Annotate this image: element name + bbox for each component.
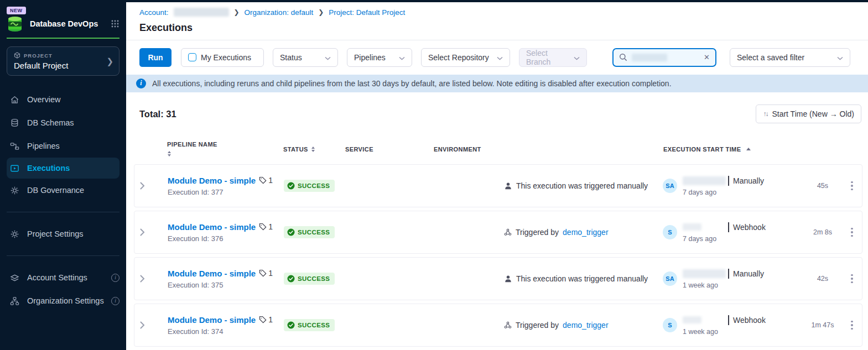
sort-button[interactable]: ↑↓ Start Time (New → Old) bbox=[756, 105, 861, 123]
row-menu-icon[interactable] bbox=[849, 226, 855, 239]
sidebar-item-pipelines[interactable]: Pipelines bbox=[0, 134, 126, 158]
sidebar-item-label: Project Settings bbox=[27, 229, 84, 238]
pipelines-dropdown[interactable]: Pipelines bbox=[347, 48, 412, 67]
project-selector[interactable]: PROJECT Default Project ❯ bbox=[7, 46, 119, 76]
sort-icon[interactable] bbox=[311, 146, 315, 153]
saved-filter-dropdown[interactable]: Select a saved filter bbox=[730, 48, 850, 67]
sidebar-item-account-settings[interactable]: Account Settings i bbox=[0, 266, 126, 289]
sidebar-item-db-governance[interactable]: DB Governance bbox=[0, 179, 126, 202]
status-badge: SUCCESS bbox=[284, 226, 335, 238]
pipeline-name-link[interactable]: Module Demo - simple bbox=[168, 176, 256, 185]
my-executions-checkbox[interactable] bbox=[188, 53, 196, 61]
trigger-mode: Manually bbox=[733, 269, 764, 278]
sort-asc-icon bbox=[746, 148, 751, 150]
info-icon: i bbox=[136, 79, 146, 88]
breadcrumb-organization[interactable]: Organization: default bbox=[245, 8, 314, 17]
branch-dropdown-label: Select Branch bbox=[526, 49, 569, 66]
column-pipeline-name[interactable]: PIPELINE NAME bbox=[167, 141, 217, 148]
status-badge: SUCCESS bbox=[284, 180, 335, 192]
avatar: SA bbox=[663, 179, 677, 193]
database-devops-logo-icon bbox=[7, 15, 24, 32]
pipelines-icon bbox=[9, 141, 20, 152]
table-row[interactable]: Module Demo - simple 1 Execution Id: 377… bbox=[134, 164, 862, 207]
row-menu-icon[interactable] bbox=[849, 272, 855, 286]
avatar: S bbox=[663, 225, 677, 239]
my-executions-filter[interactable]: My Executions bbox=[181, 48, 264, 67]
column-environment[interactable]: ENVIRONMENT bbox=[434, 146, 481, 153]
expand-chevron-icon[interactable] bbox=[140, 275, 145, 283]
status-dropdown-label: Status bbox=[280, 53, 302, 62]
column-status[interactable]: STATUS bbox=[283, 146, 308, 153]
info-banner: i All executions, including reruns and c… bbox=[126, 75, 868, 92]
trigger-link[interactable]: demo_trigger bbox=[563, 228, 609, 237]
gear-icon bbox=[9, 229, 20, 239]
trigger-link[interactable]: demo_trigger bbox=[563, 321, 609, 330]
sort-button-label: Start Time (New → Old) bbox=[772, 109, 854, 118]
trigger-mode: Webhook bbox=[733, 316, 766, 325]
sidebar-item-overview[interactable]: Overview bbox=[0, 88, 126, 111]
trigger-info: Triggered by demo_trigger bbox=[504, 321, 663, 330]
status-label: SUCCESS bbox=[298, 275, 330, 282]
breadcrumb-project[interactable]: Project: Default Project bbox=[329, 8, 405, 17]
sidebar-item-organization-settings[interactable]: Organization Settings i bbox=[0, 289, 126, 312]
pipeline-name-link[interactable]: Module Demo - simple bbox=[168, 222, 256, 232]
repository-dropdown[interactable]: Select Repository bbox=[421, 48, 510, 67]
duration: 42s bbox=[803, 275, 842, 283]
sort-icon[interactable] bbox=[167, 150, 171, 157]
start-time-cell: SA Manually 7 days ago bbox=[663, 176, 803, 196]
tag-count: 1 bbox=[268, 269, 273, 278]
trigger-mode: Manually bbox=[733, 176, 764, 185]
user-icon bbox=[504, 275, 512, 283]
expand-chevron-icon[interactable] bbox=[140, 228, 145, 236]
column-execution-start-time[interactable]: EXECUTION START TIME bbox=[663, 146, 741, 153]
sidebar-item-executions[interactable]: Executions bbox=[7, 158, 119, 179]
row-menu-icon[interactable] bbox=[849, 179, 855, 193]
avatar: S bbox=[663, 318, 677, 332]
sidebar-item-project-settings[interactable]: Project Settings bbox=[0, 222, 126, 245]
page-title: Executions bbox=[139, 22, 868, 34]
cube-icon bbox=[14, 52, 20, 59]
sidebar-item-label: Account Settings bbox=[27, 273, 87, 282]
table-row[interactable]: Module Demo - simple 1 Execution Id: 375… bbox=[134, 257, 862, 300]
repository-dropdown-label: Select Repository bbox=[428, 53, 489, 62]
page-header: Account: ❯ Organization: default ❯ Proje… bbox=[126, 0, 868, 40]
table-header: PIPELINE NAME STATUS SERVICE ENVIRONMENT… bbox=[134, 141, 862, 157]
app-grid-icon[interactable] bbox=[111, 19, 119, 28]
chevron-down-icon bbox=[325, 53, 331, 62]
brand-name: Database DevOps bbox=[30, 19, 105, 28]
table-row[interactable]: Module Demo - simple 1 Execution Id: 374… bbox=[134, 304, 862, 347]
chevron-down-icon bbox=[574, 53, 580, 62]
tag-count: 1 bbox=[268, 222, 273, 231]
webhook-icon bbox=[504, 321, 512, 329]
sidebar-item-label: Organization Settings bbox=[27, 296, 104, 305]
layers-icon bbox=[9, 273, 20, 283]
status-dropdown[interactable]: Status bbox=[273, 48, 338, 67]
separator bbox=[728, 315, 729, 325]
pipeline-name-link[interactable]: Module Demo - simple bbox=[168, 315, 256, 325]
expand-chevron-icon[interactable] bbox=[140, 321, 145, 329]
trigger-text: Triggered by bbox=[516, 228, 559, 237]
column-service[interactable]: SERVICE bbox=[345, 146, 373, 153]
executions-icon bbox=[9, 163, 20, 174]
run-button[interactable]: Run bbox=[139, 48, 171, 67]
user-icon bbox=[504, 182, 512, 190]
search-input[interactable]: ✕ bbox=[612, 48, 716, 67]
check-circle-icon bbox=[287, 275, 295, 283]
pipeline-name-link[interactable]: Module Demo - simple bbox=[168, 269, 256, 278]
table-row[interactable]: Module Demo - simple 1 Execution Id: 376… bbox=[134, 211, 862, 254]
project-label: PROJECT bbox=[24, 53, 53, 59]
app: NEW Database DevOps bbox=[0, 0, 868, 350]
sidebar-item-label: Pipelines bbox=[27, 142, 60, 150]
sidebar-item-db-schemas[interactable]: DB Schemas bbox=[0, 111, 126, 134]
status-badge: SUCCESS bbox=[284, 319, 335, 331]
trigger-info: Triggered by demo_trigger bbox=[504, 228, 663, 237]
clear-search-icon[interactable]: ✕ bbox=[704, 53, 710, 61]
row-menu-icon[interactable] bbox=[849, 318, 855, 332]
status-badge: SUCCESS bbox=[284, 273, 335, 285]
list-summary: Total: 31 ↑↓ Start Time (New → Old) bbox=[126, 92, 868, 132]
time-ago: 1 week ago bbox=[683, 328, 766, 336]
redacted-user-name bbox=[683, 176, 726, 185]
tag-count: 1 bbox=[268, 176, 273, 185]
breadcrumb-account[interactable]: Account: bbox=[139, 8, 169, 17]
expand-chevron-icon[interactable] bbox=[140, 182, 145, 190]
